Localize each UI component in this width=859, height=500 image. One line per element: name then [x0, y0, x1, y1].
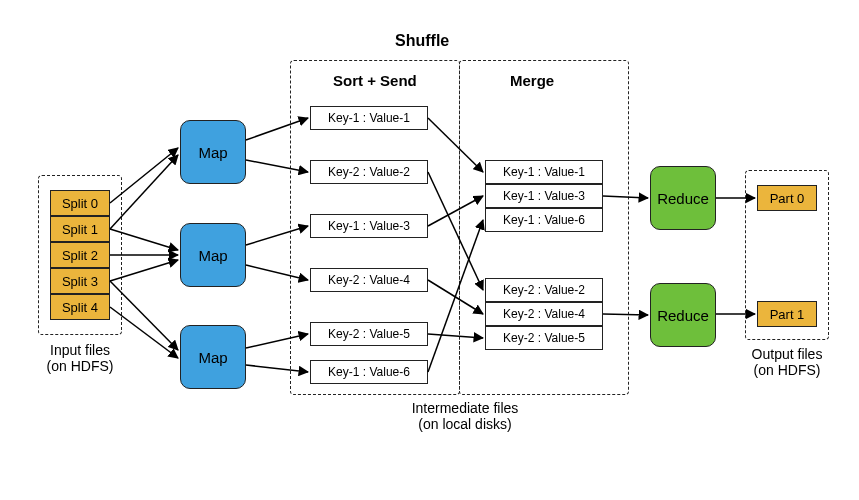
kv-box: Key-2 : Value-5: [310, 322, 428, 346]
caption-line: Input files: [50, 342, 110, 358]
split-row: Split 4: [50, 294, 110, 320]
output-files-caption: Output files (on HDFS): [747, 346, 827, 378]
kv-box: Key-1 : Value-3: [310, 214, 428, 238]
split-row: Split 2: [50, 242, 110, 268]
part-row: Part 0: [757, 185, 817, 211]
kv-box: Key-2 : Value-2: [310, 160, 428, 184]
caption-line: (on HDFS): [47, 358, 114, 374]
kv-box: Key-1 : Value-3: [485, 184, 603, 208]
reduce-node: Reduce: [650, 166, 716, 230]
kv-box: Key-2 : Value-5: [485, 326, 603, 350]
map-node: Map: [180, 120, 246, 184]
kv-box: Key-1 : Value-1: [485, 160, 603, 184]
split-row: Split 0: [50, 190, 110, 216]
part-row: Part 1: [757, 301, 817, 327]
reduce-node: Reduce: [650, 283, 716, 347]
split-row: Split 1: [50, 216, 110, 242]
map-node: Map: [180, 223, 246, 287]
caption-line: (on HDFS): [754, 362, 821, 378]
split-row: Split 3: [50, 268, 110, 294]
shuffle-title: Shuffle: [395, 32, 449, 50]
kv-box: Key-1 : Value-6: [485, 208, 603, 232]
caption-line: Intermediate files: [412, 400, 519, 416]
kv-box: Key-2 : Value-4: [310, 268, 428, 292]
kv-box: Key-2 : Value-4: [485, 302, 603, 326]
kv-box: Key-1 : Value-1: [310, 106, 428, 130]
map-node: Map: [180, 325, 246, 389]
intermediate-caption: Intermediate files (on local disks): [400, 400, 530, 432]
input-files-caption: Input files (on HDFS): [40, 342, 120, 374]
caption-line: Output files: [752, 346, 823, 362]
kv-box: Key-2 : Value-2: [485, 278, 603, 302]
caption-line: (on local disks): [418, 416, 511, 432]
kv-box: Key-1 : Value-6: [310, 360, 428, 384]
